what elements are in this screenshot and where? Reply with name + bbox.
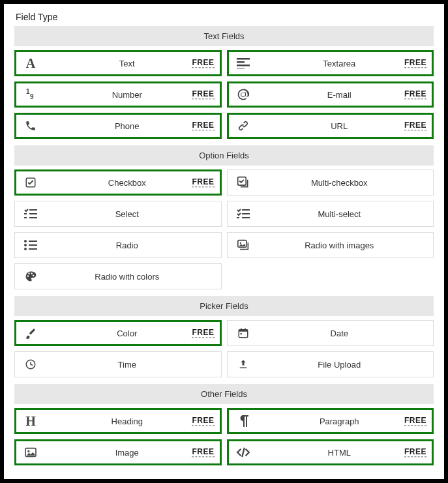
field-type-select[interactable]: Select <box>14 201 222 227</box>
field-label: Number <box>40 90 215 100</box>
list-bullets-icon <box>22 240 40 250</box>
free-badge: FREE <box>192 416 214 426</box>
field-label: Select <box>40 209 215 219</box>
at-icon <box>234 88 252 101</box>
field-label: HTML <box>252 448 427 458</box>
svg-rect-15 <box>237 217 239 218</box>
svg-rect-9 <box>24 213 27 214</box>
svg-rect-23 <box>237 241 246 248</box>
field-type-heading[interactable]: H Heading FREE <box>14 408 222 434</box>
svg-point-21 <box>24 248 27 250</box>
svg-rect-26 <box>239 330 248 332</box>
free-badge: FREE <box>404 416 426 426</box>
field-label: Textarea <box>252 59 427 68</box>
link-icon <box>234 119 252 132</box>
field-type-radio[interactable]: Radio <box>14 232 222 258</box>
field-label: Checkbox <box>40 178 215 188</box>
svg-point-24 <box>239 242 241 244</box>
paragraph-icon <box>234 415 252 427</box>
svg-rect-8 <box>29 209 37 211</box>
free-badge: FREE <box>404 89 426 99</box>
field-type-color[interactable]: Color FREE <box>14 320 222 346</box>
svg-rect-16 <box>242 217 250 218</box>
free-badge: FREE <box>404 58 426 68</box>
palette-icon <box>22 270 40 283</box>
phone-icon <box>22 120 40 132</box>
svg-text:9: 9 <box>30 93 34 100</box>
field-type-multiselect[interactable]: Multi-select <box>227 201 434 227</box>
svg-point-19 <box>24 244 27 246</box>
field-type-image[interactable]: Image FREE <box>14 439 222 465</box>
field-type-number[interactable]: 19 Number FREE <box>14 81 222 108</box>
field-label: File Upload <box>252 360 427 370</box>
svg-rect-20 <box>29 244 37 246</box>
image-icon <box>22 447 40 458</box>
svg-rect-1 <box>237 61 245 63</box>
svg-rect-11 <box>24 217 27 218</box>
svg-rect-29 <box>240 333 241 334</box>
free-badge: FREE <box>192 447 214 457</box>
multi-checkbox-icon <box>234 176 252 189</box>
field-label: Multi-select <box>252 209 427 219</box>
section-header-picker-fields: Picker Fields <box>14 296 434 316</box>
clock-icon <box>22 359 40 370</box>
field-type-url[interactable]: URL FREE <box>227 113 434 139</box>
field-label: Time <box>40 360 215 370</box>
svg-rect-22 <box>29 248 37 250</box>
free-badge: FREE <box>192 58 214 68</box>
free-badge: FREE <box>192 328 214 338</box>
images-icon <box>234 239 252 251</box>
field-type-text[interactable]: A Text FREE <box>14 50 222 76</box>
code-icon <box>234 447 252 458</box>
align-left-icon <box>234 58 252 68</box>
field-label: Radio <box>40 241 215 250</box>
field-label: Text <box>40 59 215 68</box>
calendar-icon <box>234 327 252 339</box>
field-type-panel: Field Type Text Fields A Text FREE Texta… <box>14 12 434 465</box>
svg-rect-13 <box>242 209 250 211</box>
field-label: Multi-checkbox <box>252 178 427 188</box>
field-type-file-upload[interactable]: File Upload <box>227 351 434 377</box>
field-type-checkbox[interactable]: Checkbox FREE <box>14 169 222 196</box>
field-type-email[interactable]: E-mail FREE <box>227 81 434 108</box>
field-type-paragraph[interactable]: Paragraph FREE <box>227 408 434 434</box>
free-badge: FREE <box>192 177 214 187</box>
text-fields-grid: A Text FREE Textarea FREE 19 Number FREE <box>14 50 434 139</box>
picker-fields-grid: Color FREE Date Time File Upload <box>14 320 434 377</box>
field-label: URL <box>252 121 427 131</box>
svg-rect-3 <box>237 68 245 68</box>
free-badge: FREE <box>192 89 214 99</box>
field-type-time[interactable]: Time <box>14 351 222 377</box>
field-type-multicheckbox[interactable]: Multi-checkbox <box>227 169 434 196</box>
free-badge: FREE <box>404 121 426 130</box>
field-label: E-mail <box>252 90 427 100</box>
field-type-radio-colors[interactable]: Radio with colors <box>14 263 222 289</box>
svg-rect-27 <box>241 329 242 331</box>
field-type-textarea[interactable]: Textarea FREE <box>227 50 434 76</box>
field-type-html[interactable]: HTML FREE <box>227 439 434 465</box>
field-type-phone[interactable]: Phone FREE <box>14 113 222 139</box>
svg-point-32 <box>27 450 29 452</box>
field-label: Radio with images <box>252 241 427 250</box>
svg-rect-12 <box>29 217 37 218</box>
panel-title: Field Type <box>14 12 434 22</box>
field-label: Image <box>40 448 215 458</box>
font-icon: A <box>22 57 40 70</box>
field-type-radio-images[interactable]: Radio with images <box>227 232 434 258</box>
checkbox-icon <box>22 177 40 188</box>
field-label: Radio with colors <box>40 272 215 282</box>
svg-point-17 <box>24 240 27 242</box>
field-label: Paragraph <box>252 417 427 426</box>
brush-icon <box>22 327 40 339</box>
field-label: Date <box>252 329 427 338</box>
section-header-text-fields: Text Fields <box>14 26 434 46</box>
svg-rect-14 <box>242 213 250 214</box>
svg-rect-0 <box>237 58 250 60</box>
section-header-other-fields: Other Fields <box>14 384 434 404</box>
upload-icon <box>234 359 252 370</box>
section-header-option-fields: Option Fields <box>14 145 434 166</box>
field-type-date[interactable]: Date <box>227 320 434 346</box>
svg-rect-2 <box>237 65 250 66</box>
field-label: Phone <box>40 121 215 131</box>
select-icon <box>22 209 40 219</box>
